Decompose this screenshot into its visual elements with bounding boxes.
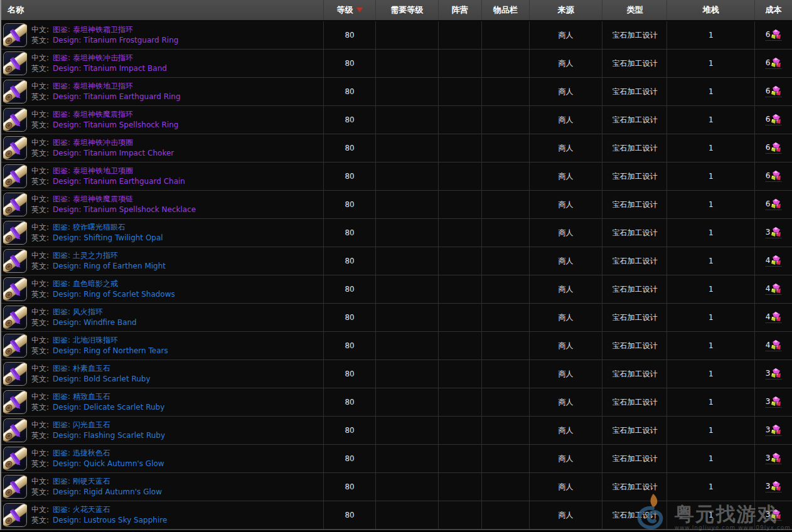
item-link-cn[interactable]: 图鉴: 泰坦神铁冲击指环 — [53, 53, 133, 62]
item-link-en[interactable]: Design: Ring of Earthen Might — [53, 262, 166, 270]
item-link-en[interactable]: Design: Flashing Scarlet Ruby — [53, 431, 165, 440]
slot-cell — [482, 247, 530, 275]
item-link-cn[interactable]: 图鉴: 朴素血玉石 — [53, 364, 110, 373]
cn-label: 中文: — [31, 82, 49, 90]
cost-link[interactable]: 3 — [766, 396, 782, 408]
item-link-en[interactable]: Design: Ring of Scarlet Shadows — [53, 290, 175, 299]
type-cell: 宝石加工设计 — [602, 275, 667, 303]
item-link-en[interactable]: Design: Ring of Northern Tears — [53, 346, 168, 355]
item-link-cn[interactable]: 图鉴: 泰坦神铁地卫项圈 — [53, 166, 133, 175]
design-scroll-icon[interactable] — [3, 164, 27, 188]
item-link-cn[interactable]: 图鉴: 泰坦神铁冲击项圈 — [53, 138, 133, 147]
item-link-en[interactable]: Design: Titanium Spellshock Necklace — [53, 205, 196, 214]
required-level-cell — [376, 162, 439, 190]
design-scroll-icon[interactable] — [3, 51, 27, 75]
design-scroll-icon[interactable] — [3, 306, 27, 329]
item-link-cn[interactable]: 图鉴: 泰坦神铁地卫指环 — [53, 82, 133, 90]
cost-link[interactable]: 6 — [766, 142, 782, 154]
design-scroll-icon[interactable] — [3, 418, 27, 442]
design-scroll-icon[interactable] — [3, 277, 27, 301]
jewelcrafting-token-icon — [771, 368, 781, 378]
cost-link[interactable]: 3 — [766, 227, 782, 238]
cost-link[interactable]: 6 — [766, 199, 782, 210]
item-link-en[interactable]: Design: Titanium Impact Band — [53, 64, 167, 73]
item-link-cn[interactable]: 图鉴: 泰坦神铁魔震指环 — [53, 110, 133, 119]
table-row: 中文:图鉴: 泰坦神铁地卫指环 英文:Design: Titanium Eart… — [1, 78, 792, 106]
cost-link[interactable]: 4 — [766, 255, 782, 267]
design-scroll-icon[interactable] — [3, 221, 27, 245]
design-scroll-icon[interactable] — [3, 390, 27, 414]
column-header-stack[interactable]: 堆栈 — [667, 0, 755, 20]
stack-cell: 1 — [667, 50, 755, 77]
item-link-en[interactable]: Design: Quick Autumn's Glow — [53, 459, 164, 468]
item-link-en[interactable]: Design: Titanium Earthguard Ring — [53, 92, 181, 101]
cost-link[interactable]: 6 — [766, 29, 782, 41]
en-label: 英文: — [31, 375, 49, 383]
item-link-en[interactable]: Design: Titanium Impact Choker — [53, 149, 174, 157]
type-cell: 宝石加工设计 — [602, 21, 667, 49]
design-scroll-icon[interactable] — [3, 362, 27, 386]
type-cell: 宝石加工设计 — [602, 473, 667, 501]
design-scroll-icon[interactable] — [3, 136, 27, 160]
item-link-en[interactable]: Design: Lustrous Sky Sapphire — [53, 516, 167, 524]
item-link-en[interactable]: Design: Rigid Autumn's Glow — [53, 487, 162, 496]
item-link-cn[interactable]: 图鉴: 北地泪珠指环 — [53, 336, 118, 344]
cost-value: 4 — [766, 284, 771, 293]
item-link-en[interactable]: Design: Titanium Frostguard Ring — [53, 36, 178, 45]
design-scroll-icon[interactable] — [3, 249, 27, 273]
cost-link[interactable]: 4 — [766, 284, 782, 295]
item-link-cn[interactable]: 图鉴: 土灵之力指环 — [53, 251, 118, 260]
table-row: 中文:图鉴: 狡诈曙光猫眼石 英文:Design: Shifting Twili… — [1, 219, 792, 247]
item-link-en[interactable]: Design: Titanium Earthguard Chain — [53, 177, 185, 186]
item-link-cn[interactable]: 图鉴: 精致血玉石 — [53, 392, 110, 401]
design-scroll-icon[interactable] — [3, 108, 27, 132]
column-header-name[interactable]: 名称 — [1, 0, 324, 20]
stack-cell: 1 — [667, 219, 755, 247]
cost-link[interactable]: 3 — [766, 368, 782, 380]
item-link-cn[interactable]: 图鉴: 迅捷秋色石 — [53, 449, 110, 457]
design-scroll-icon[interactable] — [3, 23, 27, 47]
item-link-en[interactable]: Design: Delicate Scarlet Ruby — [53, 403, 164, 412]
item-link-en[interactable]: Design: Bold Scarlet Ruby — [53, 375, 151, 383]
item-link-cn[interactable]: 图鉴: 闪光血玉石 — [53, 420, 110, 429]
cost-link[interactable]: 4 — [766, 340, 782, 351]
item-link-cn[interactable]: 图鉴: 泰坦神铁魔震项链 — [53, 194, 133, 203]
item-link-cn[interactable]: 图鉴: 泰坦神铁霜卫指环 — [53, 25, 133, 34]
cost-link[interactable]: 3 — [766, 509, 782, 521]
item-link-en[interactable]: Design: Shifting Twilight Opal — [53, 233, 163, 242]
cost-link[interactable]: 6 — [766, 58, 782, 69]
level-cell: 80 — [324, 304, 376, 331]
cost-link[interactable]: 3 — [766, 481, 782, 492]
column-header-source[interactable]: 来源 — [530, 0, 603, 20]
design-scroll-icon[interactable] — [3, 80, 27, 104]
source-cell: 商人 — [530, 275, 603, 303]
design-scroll-icon[interactable] — [3, 503, 27, 527]
item-link-cn[interactable]: 图鉴: 血色暗影之戒 — [53, 279, 118, 288]
cost-link[interactable]: 6 — [766, 86, 782, 97]
source-cell: 商人 — [530, 162, 603, 190]
design-scroll-icon[interactable] — [3, 193, 27, 216]
item-link-cn[interactable]: 图鉴: 火花天蓝石 — [53, 505, 110, 514]
item-link-en[interactable]: Design: Windfire Band — [53, 318, 137, 327]
design-scroll-icon[interactable] — [3, 334, 27, 358]
design-scroll-icon[interactable] — [3, 475, 27, 499]
item-link-cn[interactable]: 图鉴: 风火指环 — [53, 307, 103, 316]
item-link-cn[interactable]: 图鉴: 刚硬天蓝石 — [53, 477, 110, 486]
cost-link[interactable]: 3 — [766, 425, 782, 436]
cost-link[interactable]: 6 — [766, 114, 782, 125]
design-scroll-icon[interactable] — [3, 447, 27, 471]
jewelcrafting-token-icon — [771, 312, 781, 322]
cost-link[interactable]: 4 — [766, 312, 782, 323]
column-header-slot[interactable]: 物品栏 — [482, 0, 530, 20]
column-header-cost[interactable]: 成本 — [755, 0, 792, 20]
stack-cell: 1 — [667, 247, 755, 275]
item-link-cn[interactable]: 图鉴: 狡诈曙光猫眼石 — [53, 223, 126, 231]
item-link-en[interactable]: Design: Titanium Spellshock Ring — [53, 120, 178, 129]
column-header-level[interactable]: 等级 — [324, 0, 376, 20]
cost-link[interactable]: 6 — [766, 171, 782, 182]
column-header-req[interactable]: 需要等级 — [376, 0, 439, 20]
column-header-faction[interactable]: 阵营 — [439, 0, 482, 20]
cost-link[interactable]: 3 — [766, 453, 782, 464]
column-header-type[interactable]: 类型 — [602, 0, 667, 20]
cost-cell: 3 — [755, 501, 792, 529]
